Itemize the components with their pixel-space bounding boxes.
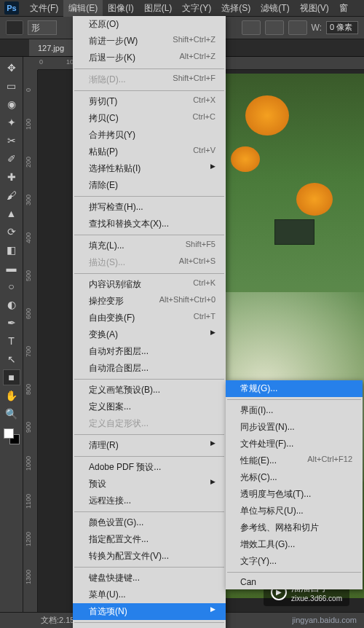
tool-preset-icon[interactable] <box>6 20 23 35</box>
menu-separator <box>74 622 224 623</box>
menu-select[interactable]: 选择(S) <box>216 0 256 17</box>
eyedropper-tool[interactable]: ✐ <box>3 151 20 167</box>
foreground-swatch[interactable] <box>4 428 14 439</box>
submenu-item[interactable]: 常规(G)... <box>226 380 363 397</box>
menu-item[interactable]: 首选项(N)▶ <box>73 603 226 620</box>
menu-separator <box>74 511 224 512</box>
menu-separator <box>74 456 224 457</box>
menu-item[interactable]: 合并拷贝(Y) <box>73 127 226 144</box>
menu-item[interactable]: 拷贝(C)Ctrl+C <box>73 110 226 127</box>
menu-separator <box>74 567 224 568</box>
menu-file[interactable]: 文件(F) <box>25 0 63 17</box>
menu-item[interactable]: 自由变换(F)Ctrl+T <box>73 310 226 326</box>
menu-item[interactable]: 远程连接... <box>73 492 226 509</box>
menu-separator <box>227 399 361 400</box>
menu-item[interactable]: 变换(A)▶ <box>73 326 226 343</box>
rectangle-tool[interactable]: ■ <box>3 369 20 385</box>
menu-item[interactable]: 查找和替换文本(X)... <box>73 216 226 232</box>
marquee-tool[interactable]: ▭ <box>3 78 20 94</box>
menu-separator <box>74 379 224 380</box>
flower-decor-icon <box>296 183 333 216</box>
menu-filter[interactable]: 滤镜(T) <box>256 0 294 17</box>
menu-item[interactable]: 填充(L)...Shift+F5 <box>73 238 226 254</box>
menu-item[interactable]: 内容识别缩放Ctrl+K <box>73 276 226 293</box>
edit-menu-dropdown: 还原(O)前进一步(W)Shift+Ctrl+Z后退一步(K)Alt+Ctrl+… <box>73 16 226 628</box>
menu-view[interactable]: 视图(V) <box>295 0 334 17</box>
gradient-tool[interactable]: ▬ <box>3 260 20 276</box>
submenu-item[interactable]: 性能(E)...Alt+Ctrl+F12 <box>226 452 363 469</box>
submenu-item[interactable]: 透明度与色域(T)... <box>226 486 363 503</box>
menu-item[interactable]: 转换为配置文件(V)... <box>73 548 226 565</box>
zoom-tool[interactable]: 🔍 <box>3 406 20 422</box>
lasso-tool[interactable]: ◉ <box>3 96 20 112</box>
pen-tool[interactable]: ✒ <box>3 315 20 331</box>
menu-item[interactable]: 剪切(T)Ctrl+X <box>73 93 226 110</box>
menu-item[interactable]: 选择性粘贴(I)▶ <box>73 160 226 177</box>
menu-item[interactable]: 清除(E) <box>73 177 226 194</box>
submenu-item[interactable]: 增效工具(G)... <box>226 536 363 553</box>
ruler-vertical[interactable]: 0 100 200 300 400 500 600 700 800 900 10… <box>23 70 38 612</box>
menu-item[interactable]: 后退一步(K)Alt+Ctrl+Z <box>73 50 226 66</box>
watermark-credit: jingyan.baidu.com <box>292 615 357 625</box>
menu-item[interactable]: 还原(O) <box>73 16 226 33</box>
menu-item: 描边(S)...Alt+Ctrl+S <box>73 254 226 271</box>
menu-layer[interactable]: 图层(L) <box>139 0 178 17</box>
opt-btn-2[interactable] <box>265 20 284 35</box>
submenu-item[interactable]: Can <box>226 575 363 589</box>
menu-item[interactable]: 操控变形Alt+Shift+Ctrl+0 <box>73 293 226 310</box>
eraser-tool[interactable]: ◧ <box>3 242 20 258</box>
opt-btn-3[interactable] <box>288 20 307 35</box>
menubar: Ps 文件(F) 编辑(E) 图像(I) 图层(L) 文字(Y) 选择(S) 滤… <box>0 0 364 16</box>
submenu-item[interactable]: 参考线、网格和切片 <box>226 519 363 536</box>
submenu-item[interactable]: 文件处理(F)... <box>226 436 363 452</box>
history-brush-tool[interactable]: ⟳ <box>3 224 20 240</box>
healing-tool[interactable]: ✚ <box>3 169 20 185</box>
menu-item[interactable]: 定义画笔预设(B)... <box>73 382 226 399</box>
stamp-tool[interactable]: ▲ <box>3 205 20 221</box>
color-swatches[interactable] <box>4 428 20 444</box>
menu-separator <box>74 196 224 197</box>
shape-mode-dropdown[interactable]: 形 <box>28 20 57 35</box>
submenu-item[interactable]: 光标(C)... <box>226 469 363 486</box>
menu-item[interactable]: 定义图案... <box>73 399 226 415</box>
text-tool[interactable]: T <box>3 333 20 349</box>
submenu-item[interactable]: 文字(Y)... <box>226 553 363 570</box>
dodge-tool[interactable]: ◐ <box>3 297 20 313</box>
ruler-corner <box>23 57 38 70</box>
menu-item[interactable]: 指定配置文件... <box>73 531 226 548</box>
menu-item[interactable]: 清理(R)▶ <box>73 437 226 454</box>
menu-edit[interactable]: 编辑(E) <box>63 0 103 17</box>
preferences-submenu: 常规(G)...界面(I)...同步设置(N)...文件处理(F)...性能(E… <box>226 380 363 589</box>
submenu-item[interactable]: 界面(I)... <box>226 402 363 419</box>
crop-tool[interactable]: ✂ <box>3 133 20 149</box>
menu-item[interactable]: 同步设置(E)▶ <box>73 625 226 628</box>
submenu-item[interactable]: 单位与标尺(U)... <box>226 503 363 519</box>
menu-image[interactable]: 图像(I) <box>103 0 138 17</box>
menu-item[interactable]: 键盘快捷键... <box>73 570 226 586</box>
menu-item[interactable]: 粘贴(P)Ctrl+V <box>73 144 226 160</box>
brush-tool[interactable]: 🖌 <box>3 187 20 203</box>
menu-item[interactable]: Adobe PDF 预设... <box>73 459 226 476</box>
move-tool[interactable]: ✥ <box>3 60 20 76</box>
wand-tool[interactable]: ✦ <box>3 114 20 130</box>
hand-tool[interactable]: ✋ <box>3 388 20 404</box>
menu-item: 渐隐(D)...Shift+Ctrl+F <box>73 71 226 88</box>
menu-item[interactable]: 自动对齐图层... <box>73 343 226 360</box>
menu-separator <box>74 434 224 435</box>
path-select-tool[interactable]: ↖ <box>3 351 20 367</box>
menu-item[interactable]: 颜色设置(G)... <box>73 514 226 531</box>
width-input[interactable]: 0 像素 <box>326 21 358 34</box>
opt-btn-1[interactable] <box>242 20 261 35</box>
menu-item[interactable]: 前进一步(W)Shift+Ctrl+Z <box>73 33 226 50</box>
menu-window[interactable]: 窗 <box>334 0 353 17</box>
menu-item[interactable]: 拼写检查(H)... <box>73 199 226 216</box>
flower-decor-icon <box>245 95 289 136</box>
doc-tab[interactable]: 127.jpg <box>29 39 73 56</box>
menu-item[interactable]: 预设▶ <box>73 476 226 492</box>
menu-item[interactable]: 自动混合图层... <box>73 360 226 377</box>
submenu-item[interactable]: 同步设置(N)... <box>226 419 363 436</box>
menu-item[interactable]: 菜单(U)... <box>73 586 226 603</box>
blur-tool[interactable]: ○ <box>3 278 20 294</box>
menu-separator <box>74 273 224 274</box>
menu-type[interactable]: 文字(Y) <box>177 0 216 17</box>
